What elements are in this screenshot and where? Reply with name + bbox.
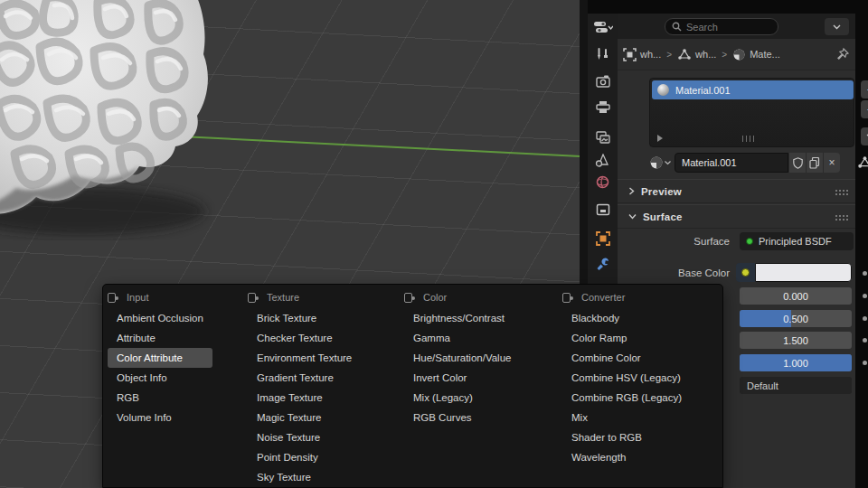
material-datablock-row: Material.001 × <box>649 153 868 173</box>
menu-item[interactable]: Noise Texture <box>248 427 361 447</box>
menu-item[interactable]: Volume Info <box>108 408 212 427</box>
editor-type-button[interactable] <box>588 15 618 39</box>
menu-item[interactable]: Image Texture <box>248 388 361 408</box>
decorator-dot[interactable] <box>863 361 867 365</box>
fake-user-button[interactable] <box>788 153 806 173</box>
menu-item[interactable]: Mix (Legacy) <box>404 388 520 408</box>
preview-section-title: Preview <box>641 186 682 197</box>
tool-tab[interactable] <box>588 42 618 66</box>
menu-item[interactable]: Ambient Occlusion <box>108 308 212 328</box>
decorator-dot[interactable] <box>863 316 867 321</box>
menu-item[interactable]: Combine RGB (Legacy) <box>562 388 691 408</box>
surface-shader-button[interactable]: Principled BSDF <box>740 232 854 250</box>
menu-item[interactable]: Combine Color <box>562 348 691 368</box>
modifiers-tab[interactable] <box>588 252 618 276</box>
ior-slider[interactable]: 1.500 <box>740 332 852 349</box>
object-tab[interactable] <box>588 227 618 250</box>
menu-item[interactable]: Attribute <box>108 328 212 348</box>
menu-item[interactable]: Mix <box>562 408 691 427</box>
preview-section-header[interactable]: Preview <box>618 179 855 203</box>
node-icon <box>562 293 573 303</box>
material-browse-button[interactable] <box>649 153 674 173</box>
menu-column-texture: Texture Brick Texture Checker Texture En… <box>248 285 361 487</box>
add-slot-button[interactable]: + <box>861 80 868 99</box>
menu-item[interactable]: Magic Texture <box>248 408 361 427</box>
menu-column-header: Converter <box>562 285 691 308</box>
list-filter-toggle[interactable] <box>657 135 663 142</box>
menu-item[interactable]: Combine HSV (Legacy) <box>562 368 691 388</box>
menu-item[interactable]: Blackbody <box>562 308 691 328</box>
menu-item[interactable]: Environment Texture <box>248 348 361 368</box>
decorator-dot[interactable] <box>863 271 867 276</box>
roughness-slider[interactable]: 0.500 <box>740 310 852 327</box>
brain-mesh-object[interactable] <box>0 0 255 260</box>
header-menu-button[interactable] <box>825 18 849 35</box>
base-color-socket-button[interactable] <box>736 263 755 282</box>
menu-column-header: Texture <box>248 285 361 308</box>
node-icon <box>404 293 415 303</box>
menu-item[interactable]: Sky Texture <box>248 467 361 487</box>
menu-column-converter: Converter Blackbody Color Ramp Combine C… <box>562 285 691 467</box>
menu-item[interactable]: Hue/Saturation/Value <box>404 348 520 368</box>
menu-item[interactable]: Checker Texture <box>248 328 361 348</box>
material-sphere-icon <box>657 84 669 96</box>
output-tab[interactable] <box>588 95 618 118</box>
breadcrumb-material[interactable]: Mate... <box>750 49 780 60</box>
menu-item[interactable]: RGB <box>108 388 212 408</box>
panel-grip[interactable] <box>835 214 848 221</box>
surface-shader-value: Principled BSDF <box>759 236 832 247</box>
menu-item[interactable]: Brightness/Contrast <box>404 308 520 328</box>
pin-icon[interactable] <box>835 47 850 61</box>
menu-item[interactable]: Color Ramp <box>562 328 691 348</box>
list-resize-grip[interactable] <box>742 136 757 142</box>
base-color-swatch[interactable] <box>755 263 852 282</box>
material-slot-name: Material.001 <box>675 85 731 96</box>
world-tab[interactable] <box>588 170 618 193</box>
alpha-slider[interactable]: 1.000 <box>740 354 852 371</box>
alpha-value: 1.000 <box>783 358 808 369</box>
menu-item[interactable]: Gradient Texture <box>248 368 361 388</box>
panel-grip[interactable] <box>835 189 848 195</box>
menu-item[interactable]: Wavelength <box>562 447 691 467</box>
decorator-dot[interactable] <box>863 294 867 298</box>
remove-slot-button[interactable]: − <box>861 100 868 118</box>
menu-item[interactable]: Brick Texture <box>248 308 361 328</box>
breadcrumb-object[interactable]: wh... <box>640 49 661 60</box>
material-slot-selected[interactable]: Material.001 <box>652 80 854 99</box>
menu-item[interactable]: Invert Color <box>404 368 520 388</box>
render-tab[interactable] <box>588 70 618 93</box>
metallic-slider[interactable]: 0.000 <box>740 287 852 305</box>
menu-item-highlighted[interactable]: Color Attribute <box>108 348 212 368</box>
material-slot-list[interactable]: Material.001 <box>649 78 854 147</box>
scene-tab[interactable] <box>588 148 618 172</box>
surface-label: Surface <box>630 236 730 247</box>
view-layer-tab[interactable] <box>588 126 618 149</box>
menu-item[interactable]: Point Density <box>248 447 361 467</box>
surface-section-header[interactable]: Surface <box>618 204 855 229</box>
menu-item[interactable]: Object Info <box>108 368 212 388</box>
menu-item[interactable]: Shader to RGB <box>562 427 691 447</box>
duplicate-button[interactable] <box>806 153 823 173</box>
menu-item[interactable]: RGB Curves <box>404 408 520 427</box>
material-name-value: Material.001 <box>682 157 737 168</box>
properties-header: Search <box>618 14 855 39</box>
normal-value: Default <box>747 380 778 391</box>
roughness-value: 0.500 <box>783 314 808 324</box>
material-name-field[interactable]: Material.001 <box>675 153 788 173</box>
normal-input-button[interactable]: Default <box>740 377 852 394</box>
datablock-buttons: × <box>788 153 840 173</box>
decorator-dot[interactable] <box>863 338 867 343</box>
menu-column-title: Converter <box>581 292 625 303</box>
top-black-bar <box>580 0 868 14</box>
link-target-button[interactable] <box>854 153 868 173</box>
menu-column-color: Color Brightness/Contrast Gamma Hue/Satu… <box>404 285 520 427</box>
breadcrumb-object-data[interactable]: wh... <box>695 49 716 60</box>
collection-tab[interactable] <box>588 198 618 221</box>
search-input[interactable]: Search <box>665 18 778 35</box>
slot-specials-button[interactable] <box>861 127 868 145</box>
breadcrumb: wh... > wh... > Mate... <box>618 39 855 70</box>
ior-value: 1.500 <box>783 335 808 346</box>
menu-item[interactable]: Gamma <box>404 328 520 348</box>
unlink-button[interactable]: × <box>823 153 840 173</box>
breadcrumb-separator: > <box>720 50 729 60</box>
